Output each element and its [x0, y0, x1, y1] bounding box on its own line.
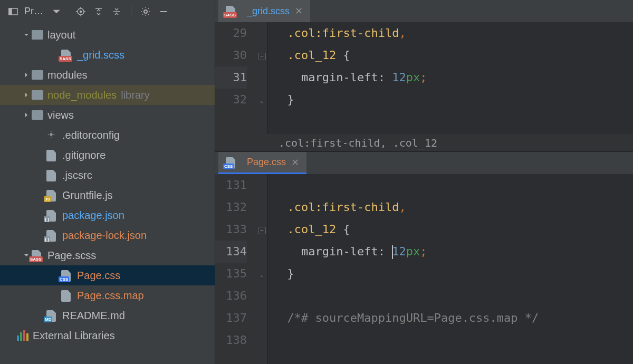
tree-item--jscsrc[interactable]: .jscsrc — [0, 165, 215, 185]
file-icon — [46, 170, 58, 180]
svg-point-12 — [50, 133, 52, 136]
tab-page-css[interactable]: CSS Page.css ✕ — [218, 152, 306, 174]
project-tree[interactable]: layoutSASS_grid.scssmodulesnode_modulesl… — [0, 23, 215, 364]
json-icon: { } — [46, 210, 58, 221]
tree-item-suffix: library — [121, 89, 149, 101]
tree-item-page-css-map[interactable]: Page.css.map — [0, 285, 215, 305]
chevron-down-icon[interactable] — [21, 30, 32, 40]
panel-icon[interactable] — [5, 4, 21, 20]
project-dropdown-label[interactable]: Project — [24, 6, 45, 17]
folder-icon — [32, 30, 43, 40]
gear-icon — [46, 130, 58, 140]
chevron-right-icon[interactable] — [21, 110, 32, 120]
css-icon: CSS — [61, 270, 73, 281]
folder-icon — [32, 110, 43, 120]
tree-item-modules[interactable]: modules — [0, 65, 215, 85]
arrow-spacer — [51, 290, 61, 301]
toolbar-separator — [131, 5, 131, 18]
code-source[interactable]: .col:first-child, .col_12 { margin-left:… — [268, 22, 633, 134]
tree-item-page-scss[interactable]: SASSPage.scss — [0, 245, 215, 265]
tree-item-node-modules[interactable]: node_moduleslibrary — [0, 85, 215, 105]
tree-item-external-libraries[interactable]: External Libraries — [0, 325, 215, 346]
sass-icon: SASS — [226, 6, 237, 16]
arrow-spacer — [36, 150, 46, 160]
tree-item-label: Page.css.map — [77, 290, 144, 302]
expand-all-icon[interactable] — [91, 4, 107, 20]
tree-item-readme-md[interactable]: MDREADME.md — [0, 305, 215, 325]
tree-item-package-json[interactable]: { }package.json — [0, 205, 215, 225]
sass-icon: SASS — [61, 50, 73, 60]
target-icon[interactable] — [73, 4, 89, 20]
collapse-all-icon[interactable] — [109, 4, 124, 20]
css-icon: CSS — [226, 157, 237, 168]
tree-item-label: .gitignore — [62, 149, 106, 161]
tree-item-label: External Libraries — [33, 330, 115, 342]
tab-title: Page.css — [247, 157, 286, 168]
tree-item-label: package.json — [62, 209, 124, 222]
minimize-icon[interactable] — [156, 4, 171, 20]
tab-grid-scss[interactable]: SASS _grid.scss ✕ — [218, 0, 310, 22]
file-icon — [46, 150, 58, 160]
line-gutter: 131132133134135136137138 — [215, 174, 256, 364]
json-icon: { } — [46, 230, 58, 241]
arrow-spacer — [36, 170, 46, 180]
sass-icon: SASS — [32, 250, 43, 261]
breadcrumb-text: .col:first-child, .col_12 — [279, 137, 437, 149]
arrow-spacer — [36, 130, 46, 140]
tree-item-label: modules — [47, 69, 88, 81]
tree-item-views[interactable]: views — [0, 105, 215, 125]
chevron-down-icon[interactable] — [49, 4, 64, 20]
extlib-icon — [17, 330, 28, 341]
tree-item--gitignore[interactable]: .gitignore — [0, 145, 215, 165]
tree-item-label: .jscsrc — [62, 169, 92, 181]
tree-item-label: README.md — [62, 310, 125, 322]
chevron-right-icon[interactable] — [21, 90, 32, 100]
close-icon[interactable]: ✕ — [291, 157, 299, 168]
svg-rect-1 — [9, 8, 12, 15]
gear-icon[interactable] — [138, 4, 154, 20]
tree-item-label: .editorconfig — [62, 129, 120, 141]
js-icon: JS — [46, 190, 58, 200]
fold-column[interactable]: − ⌞ — [256, 22, 268, 134]
folder-icon — [32, 70, 43, 80]
tab-title: _grid.scss — [247, 6, 290, 17]
tree-item-gruntfile-js[interactable]: JSGruntfile.js — [0, 185, 215, 205]
tab-bar-bottom: CSS Page.css ✕ — [215, 152, 633, 174]
editor-area: SASS _grid.scss ✕ 29303132 − ⌞ .col:firs… — [215, 0, 633, 364]
tree-item-label: node_modules — [47, 89, 117, 101]
tree-item-label: _grid.scss — [77, 49, 124, 61]
tab-bar-top: SASS _grid.scss ✕ — [215, 0, 633, 22]
project-sidebar: Project layoutSASS_grid.scssmodulesnode_… — [0, 0, 215, 364]
editor-pane-bottom: CSS Page.css ✕ 131132133134135136137138 … — [215, 152, 633, 364]
tree-item-label: layout — [47, 29, 75, 41]
project-toolbar: Project — [0, 0, 215, 23]
tree-item-layout[interactable]: layout — [0, 25, 215, 45]
code-source[interactable]: .col:first-child, .col_12 { margin-left:… — [268, 174, 633, 364]
code-editor-bottom[interactable]: 131132133134135136137138 − ⌞ .col:first-… — [215, 174, 633, 364]
tree-item-label: views — [47, 109, 74, 121]
arrow-spacer — [6, 330, 17, 341]
file-icon — [61, 290, 73, 301]
md-icon: MD — [46, 310, 58, 321]
code-editor-top[interactable]: 29303132 − ⌞ .col:first-child, .col_12 {… — [215, 22, 633, 134]
tree-item--editorconfig[interactable]: .editorconfig — [0, 125, 215, 145]
breadcrumb-bar[interactable]: .col:first-child, .col_12 — [215, 134, 633, 152]
line-gutter: 29303132 — [215, 22, 256, 134]
tree-item--grid-scss[interactable]: SASS_grid.scss — [0, 45, 215, 65]
tree-item-label: Page.scss — [47, 250, 96, 262]
folder-icon — [32, 90, 43, 100]
tree-item-label: package-lock.json — [62, 229, 147, 242]
tree-item-page-css[interactable]: CSSPage.css — [0, 265, 215, 285]
chevron-right-icon[interactable] — [21, 70, 32, 80]
editor-pane-top: SASS _grid.scss ✕ 29303132 − ⌞ .col:firs… — [215, 0, 633, 152]
svg-point-3 — [80, 11, 82, 12]
fold-column[interactable]: − ⌞ — [256, 174, 268, 364]
tree-item-label: Page.css — [77, 270, 120, 282]
tree-item-label: Gruntfile.js — [62, 189, 113, 202]
close-icon[interactable]: ✕ — [295, 5, 303, 17]
tree-item-package-lock-json[interactable]: { }package-lock.json — [0, 225, 215, 245]
